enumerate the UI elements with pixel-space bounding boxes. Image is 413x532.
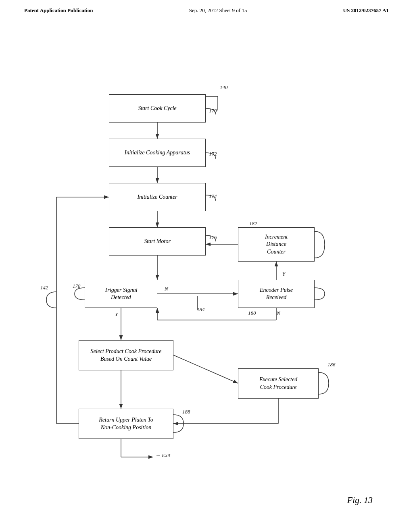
page-header: Patent Application Publication Sep. 20, … xyxy=(0,0,413,18)
execute-cook-box: Execute SelectedCook Procedure xyxy=(238,368,319,399)
start-motor-box: Start Motor xyxy=(109,227,206,256)
init-counter-box: Initialize Counter xyxy=(109,183,206,211)
encoder-n-label: N xyxy=(277,310,280,316)
ref-188: 188 xyxy=(182,409,190,415)
trigger-signal-box: Trigger SignalDetected xyxy=(85,280,157,308)
encoder-pulse-box: Encoder PulseReceived xyxy=(238,280,315,308)
ref-172: 172 xyxy=(209,151,217,157)
start-cook-box: Start Cook Cycle xyxy=(109,94,206,123)
ref-174: 174 xyxy=(209,193,217,200)
header-date-sheet: Sep. 20, 2012 Sheet 9 of 15 xyxy=(189,7,247,14)
trigger-y-label: Y xyxy=(115,311,118,318)
init-apparatus-box: Initialize Cooking Apparatus xyxy=(109,139,206,167)
ref-176: 176 xyxy=(209,234,217,241)
exit-label: → Exit xyxy=(155,452,170,459)
header-patent-number: US 2012/0237657 A1 xyxy=(343,7,389,14)
flow-arrows xyxy=(0,22,413,517)
ref-178: 178 xyxy=(73,283,81,289)
ref-140: 140 xyxy=(220,84,228,91)
return-platen-box: Return Upper Platen ToNon-Cooking Positi… xyxy=(79,409,173,439)
ref-184: 184 xyxy=(197,306,205,313)
encoder-y-label: Y xyxy=(282,271,285,277)
ref-180: 180 xyxy=(248,310,256,316)
ref-170: 170 xyxy=(209,108,217,114)
header-publication: Patent Application Publication xyxy=(24,7,93,14)
svg-line-12 xyxy=(173,355,238,383)
diagram-area: Start Cook Cycle Initialize Cooking Appa… xyxy=(0,22,413,517)
increment-counter-box: IncrementDistanceCounter xyxy=(238,227,315,262)
trigger-n-label: N xyxy=(165,286,168,292)
ref-186: 186 xyxy=(327,362,336,368)
figure-label: Fig. 13 xyxy=(347,495,373,505)
ref-182: 182 xyxy=(249,220,257,227)
ref-142: 142 xyxy=(40,285,48,291)
select-procedure-box: Select Product Cook ProcedureBased On Co… xyxy=(79,340,173,370)
